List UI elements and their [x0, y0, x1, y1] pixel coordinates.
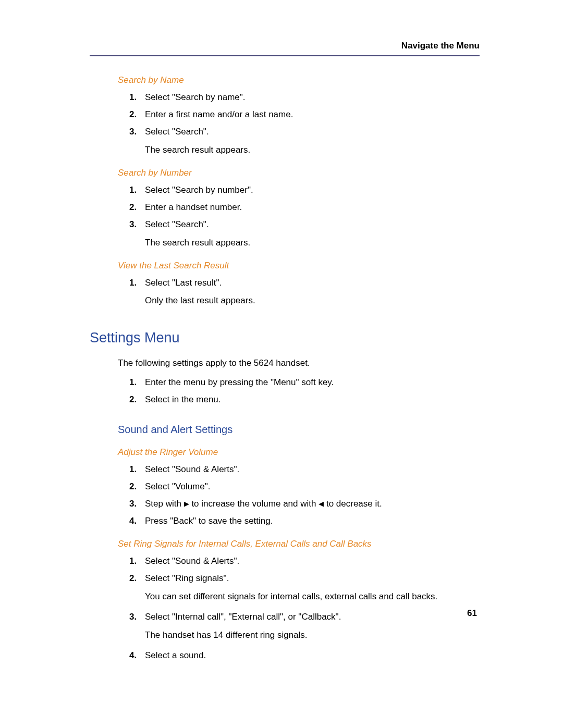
step-text: Select "Sound & Alerts".: [145, 556, 480, 567]
step-text: Select "Sound & Alerts".: [145, 464, 480, 476]
subheading-search-by-number: Search by Number: [118, 168, 480, 178]
step-text: Enter a handset number.: [145, 202, 480, 214]
step-text: Enter a first name and/or a last name.: [145, 109, 480, 121]
list-item: 1.Select "Last result".: [129, 277, 480, 289]
list-item: 3.Select "Search".: [129, 219, 480, 231]
result-text: Only the last result appears.: [145, 295, 480, 307]
step-text: Press "Back" to save the setting.: [145, 515, 480, 527]
subheading-view-last-result: View the Last Search Result: [118, 261, 480, 271]
step-text: Select "Search".: [145, 219, 480, 231]
step-text: Select "Last result".: [145, 277, 480, 289]
result-text: The search result appears.: [145, 144, 480, 156]
step-number: 1.: [129, 184, 145, 196]
step-number: 2.: [129, 109, 145, 121]
step-text: Select "Ring signals".: [145, 573, 480, 585]
step-text: Select "Search by number".: [145, 184, 480, 196]
step-text: Select a sound.: [145, 650, 480, 662]
result-text: The search result appears.: [145, 237, 480, 249]
list-item: 1.Select "Search by name".: [129, 92, 480, 104]
step-number: 3.: [129, 498, 145, 510]
subheading-search-by-name: Search by Name: [118, 75, 480, 85]
list-ring-signals-c: 4.Select a sound.: [118, 650, 480, 662]
list-item: 2.Enter a first name and/or a last name.: [129, 109, 480, 121]
note-text: The handset has 14 different ring signal…: [145, 630, 480, 641]
intro-text: The following settings apply to the 5624…: [118, 357, 480, 369]
list-item: 3. Step with ▶ to increase the volume an…: [129, 498, 480, 510]
list-item: 4.Press "Back" to save the setting.: [129, 515, 480, 527]
step-text: Select "Internal call", "External call",…: [145, 611, 480, 623]
step-text-part: to increase the volume and with: [189, 499, 319, 509]
header-title: Navigate the Menu: [401, 41, 480, 51]
list-search-by-number: 1.Select "Search by number". 2.Enter a h…: [118, 184, 480, 231]
left-arrow-icon: ◀: [319, 499, 324, 509]
step-number: 3.: [129, 611, 145, 623]
list-item: 2.Enter a handset number.: [129, 202, 480, 214]
list-item: 2.Select in the menu.: [129, 394, 480, 406]
step-text-part: to decrease it.: [324, 499, 382, 509]
step-number: 1.: [129, 277, 145, 289]
list-settings-menu: 1.Enter the menu by pressing the "Menu" …: [118, 377, 480, 406]
list-ring-signals-a: 1.Select "Sound & Alerts". 2.Select "Rin…: [118, 556, 480, 585]
list-item: 4.Select a sound.: [129, 650, 480, 662]
step-number: 1.: [129, 556, 145, 567]
list-search-by-name: 1.Select "Search by name". 2.Enter a fir…: [118, 92, 480, 138]
heading-sound-alert: Sound and Alert Settings: [118, 424, 480, 436]
step-number: 1.: [129, 377, 145, 389]
step-number: 4.: [129, 650, 145, 662]
right-arrow-icon: ▶: [184, 499, 189, 509]
list-ring-signals-b: 3.Select "Internal call", "External call…: [118, 611, 480, 623]
note-text: You can set different signals for intern…: [145, 591, 480, 603]
list-item: 1.Select "Sound & Alerts".: [129, 556, 480, 567]
step-text-part: Step with: [145, 499, 184, 509]
list-adjust-ringer: 1.Select "Sound & Alerts". 2.Select "Vol…: [118, 464, 480, 527]
step-number: 4.: [129, 515, 145, 527]
step-text: Select "Search by name".: [145, 92, 480, 104]
document-page: Navigate the Menu Search by Name 1.Selec…: [0, 0, 563, 728]
step-number: 2.: [129, 481, 145, 493]
step-number: 2.: [129, 202, 145, 214]
step-text: Select "Volume".: [145, 481, 480, 493]
list-item: 1.Select "Search by number".: [129, 184, 480, 196]
step-text: Select "Search".: [145, 126, 480, 138]
list-item: 1.Enter the menu by pressing the "Menu" …: [129, 377, 480, 389]
subheading-ring-signals: Set Ring Signals for Internal Calls, Ext…: [118, 539, 480, 549]
heading-settings-menu: Settings Menu: [90, 330, 480, 346]
step-text: Select in the menu.: [145, 394, 480, 406]
list-item: 2.Select "Ring signals".: [129, 573, 480, 585]
step-number: 2.: [129, 394, 145, 406]
step-number: 3.: [129, 126, 145, 138]
list-item: 1.Select "Sound & Alerts".: [129, 464, 480, 476]
page-content: Search by Name 1.Select "Search by name"…: [90, 75, 480, 662]
list-view-last-result: 1.Select "Last result".: [118, 277, 480, 289]
page-header: Navigate the Menu: [90, 41, 480, 56]
list-item: 3.Select "Internal call", "External call…: [129, 611, 480, 623]
step-number: 2.: [129, 573, 145, 585]
subheading-adjust-ringer: Adjust the Ringer Volume: [118, 447, 480, 458]
list-item: 2.Select "Volume".: [129, 481, 480, 493]
step-text: Step with ▶ to increase the volume and w…: [145, 498, 480, 510]
step-number: 1.: [129, 92, 145, 104]
step-number: 3.: [129, 219, 145, 231]
page-number: 61: [467, 608, 477, 619]
step-number: 1.: [129, 464, 145, 476]
list-item: 3.Select "Search".: [129, 126, 480, 138]
step-text: Enter the menu by pressing the "Menu" so…: [145, 377, 480, 389]
